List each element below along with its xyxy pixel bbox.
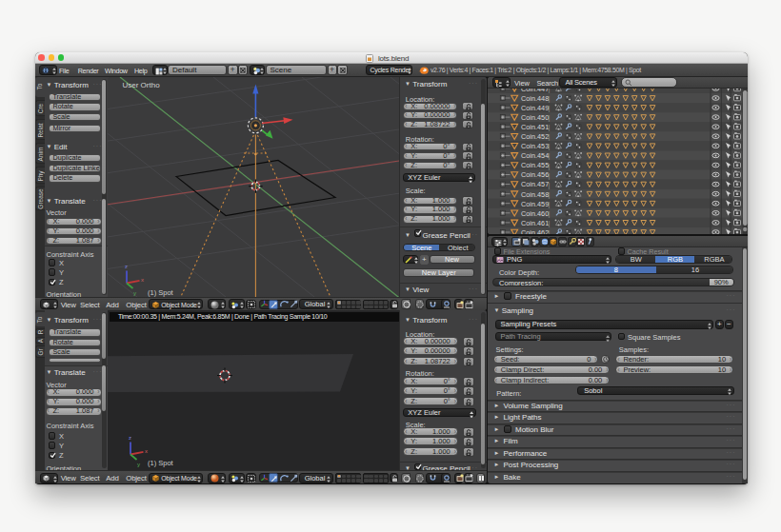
svg-text:Coin.461: Coin.461 bbox=[521, 218, 549, 227]
svg-text:x: x bbox=[145, 448, 148, 454]
svg-text:Coin.458: Coin.458 bbox=[521, 189, 549, 198]
svg-text:|: | bbox=[548, 151, 550, 160]
svg-text:|: | bbox=[548, 170, 550, 179]
svg-text:Coin.450: Coin.450 bbox=[521, 112, 549, 121]
svg-text:Coin.460: Coin.460 bbox=[521, 208, 549, 217]
svg-text:|: | bbox=[548, 189, 550, 198]
svg-text:|: | bbox=[548, 208, 550, 217]
svg-text:Coin.447: Coin.447 bbox=[521, 89, 549, 93]
svg-text:Coin.452: Coin.452 bbox=[521, 132, 549, 141]
svg-text:|: | bbox=[548, 161, 550, 169]
svg-text:|: | bbox=[548, 180, 550, 188]
svg-text:|: | bbox=[548, 104, 550, 112]
svg-text:(1) Spot: (1) Spot bbox=[148, 459, 174, 467]
svg-text:Coin.449: Coin.449 bbox=[521, 103, 549, 111]
svg-text:Coin.453: Coin.453 bbox=[521, 142, 549, 150]
svg-text:Coin.459: Coin.459 bbox=[521, 199, 549, 207]
svg-text:(1) Spot: (1) Spot bbox=[148, 288, 174, 297]
svg-text:|: | bbox=[548, 218, 550, 227]
svg-text:|: | bbox=[548, 142, 550, 150]
svg-text:|: | bbox=[548, 199, 550, 207]
svg-text:Coin.457: Coin.457 bbox=[521, 180, 549, 188]
svg-text:y: y bbox=[137, 462, 140, 467]
svg-text:|: | bbox=[548, 123, 550, 131]
svg-text:User Ortho: User Ortho bbox=[123, 81, 161, 89]
svg-text:|: | bbox=[548, 94, 550, 103]
svg-text:z: z bbox=[125, 264, 128, 269]
svg-text:z: z bbox=[129, 435, 131, 441]
svg-text:x: x bbox=[141, 277, 144, 283]
svg-text:Coin.454: Coin.454 bbox=[521, 151, 549, 160]
svg-text:Coin.451: Coin.451 bbox=[521, 123, 549, 131]
svg-text:|: | bbox=[548, 132, 550, 141]
svg-text:Coin.455: Coin.455 bbox=[521, 161, 549, 169]
svg-text:|: | bbox=[548, 113, 550, 122]
svg-text:Coin.448: Coin.448 bbox=[521, 93, 549, 102]
svg-text:y: y bbox=[133, 290, 136, 296]
svg-text:Coin.462: Coin.462 bbox=[521, 227, 549, 233]
svg-text:Coin.456: Coin.456 bbox=[521, 170, 549, 179]
svg-text:|: | bbox=[548, 228, 550, 234]
svg-text:|: | bbox=[548, 89, 550, 93]
